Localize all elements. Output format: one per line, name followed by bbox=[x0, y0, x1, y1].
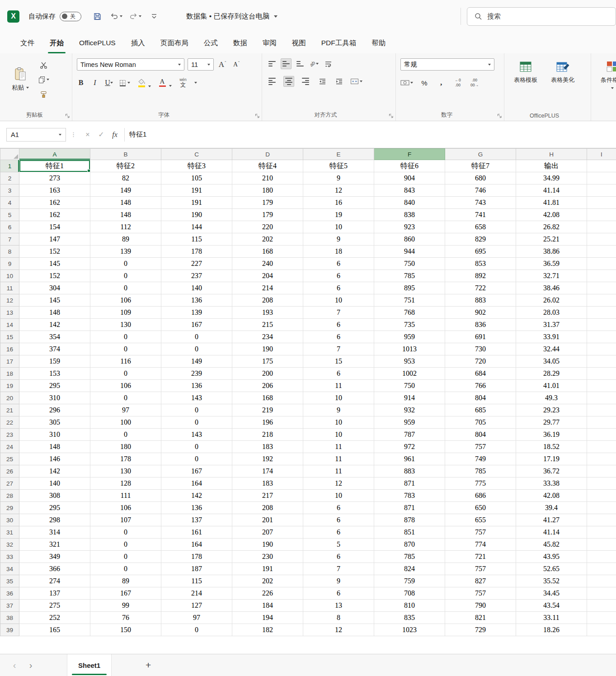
cell-I9[interactable] bbox=[587, 258, 616, 270]
cell-B33[interactable]: 0 bbox=[90, 551, 161, 563]
cell-H22[interactable]: 29.77 bbox=[516, 416, 587, 429]
cell-D23[interactable]: 218 bbox=[232, 429, 303, 441]
cell-H19[interactable]: 41.01 bbox=[516, 380, 587, 392]
cell-H32[interactable]: 45.82 bbox=[516, 539, 587, 551]
cell-G20[interactable]: 804 bbox=[445, 392, 516, 404]
cell-C22[interactable]: 0 bbox=[161, 416, 232, 429]
fill-color-button[interactable] bbox=[136, 79, 147, 87]
quick-access-toolbar-button[interactable] bbox=[146, 8, 163, 25]
font-dialog-launcher[interactable] bbox=[255, 113, 260, 118]
cell-B8[interactable]: 139 bbox=[90, 246, 161, 258]
cell-B5[interactable]: 148 bbox=[90, 209, 161, 221]
row-header-39[interactable]: 39 bbox=[0, 624, 19, 636]
cell-B23[interactable]: 0 bbox=[90, 429, 161, 441]
cell-A33[interactable]: 349 bbox=[19, 551, 90, 563]
cell-G33[interactable]: 721 bbox=[445, 551, 516, 563]
cell-F1[interactable]: 特征6 bbox=[374, 160, 445, 172]
cell-H2[interactable]: 34.99 bbox=[516, 172, 587, 184]
worksheet-grid[interactable]: ABCDEFGHI1特征1特征2特征3特征4特征5特征6特征7输出2273821… bbox=[0, 148, 616, 654]
row-header-21[interactable]: 21 bbox=[0, 404, 19, 416]
cell-C9[interactable]: 227 bbox=[161, 258, 232, 270]
cell-B27[interactable]: 128 bbox=[90, 477, 161, 490]
cell-D10[interactable]: 204 bbox=[232, 270, 303, 282]
cell-G32[interactable]: 774 bbox=[445, 539, 516, 551]
cell-E12[interactable]: 10 bbox=[303, 294, 374, 307]
cell-A4[interactable]: 162 bbox=[19, 197, 90, 209]
cell-B16[interactable]: 0 bbox=[90, 343, 161, 355]
cell-G5[interactable]: 741 bbox=[445, 209, 516, 221]
cell-D25[interactable]: 192 bbox=[232, 453, 303, 465]
cell-A13[interactable]: 148 bbox=[19, 307, 90, 319]
cell-B37[interactable]: 99 bbox=[90, 600, 161, 612]
cell-G3[interactable]: 746 bbox=[445, 184, 516, 197]
cell-C27[interactable]: 164 bbox=[161, 477, 232, 490]
save-button[interactable] bbox=[89, 8, 106, 25]
cell-D13[interactable]: 193 bbox=[232, 307, 303, 319]
cell-F17[interactable]: 953 bbox=[374, 355, 445, 368]
redo-button[interactable] bbox=[127, 8, 144, 25]
cell-A14[interactable]: 142 bbox=[19, 319, 90, 331]
cell-E10[interactable]: 6 bbox=[303, 270, 374, 282]
cell-B38[interactable]: 76 bbox=[90, 612, 161, 624]
cell-G25[interactable]: 749 bbox=[445, 453, 516, 465]
cell-D19[interactable]: 206 bbox=[232, 380, 303, 392]
cell-B19[interactable]: 106 bbox=[90, 380, 161, 392]
cell-A15[interactable]: 354 bbox=[19, 331, 90, 343]
cell-E1[interactable]: 特征5 bbox=[303, 160, 374, 172]
cell-A22[interactable]: 305 bbox=[19, 416, 90, 429]
cell-A25[interactable]: 146 bbox=[19, 453, 90, 465]
cell-I12[interactable] bbox=[587, 294, 616, 307]
cell-H25[interactable]: 17.19 bbox=[516, 453, 587, 465]
table-beautify-button[interactable]: 表格美化 bbox=[544, 58, 581, 84]
row-header-29[interactable]: 29 bbox=[0, 502, 19, 514]
row-header-8[interactable]: 8 bbox=[0, 246, 19, 258]
cell-D6[interactable]: 220 bbox=[232, 221, 303, 233]
cell-A34[interactable]: 366 bbox=[19, 563, 90, 575]
cell-C38[interactable]: 97 bbox=[161, 612, 232, 624]
cell-H14[interactable]: 31.37 bbox=[516, 319, 587, 331]
row-header-14[interactable]: 14 bbox=[0, 319, 19, 331]
row-header-26[interactable]: 26 bbox=[0, 465, 19, 477]
cell-C6[interactable]: 144 bbox=[161, 221, 232, 233]
cell-B10[interactable]: 0 bbox=[90, 270, 161, 282]
cell-G18[interactable]: 684 bbox=[445, 368, 516, 380]
borders-button[interactable] bbox=[119, 77, 130, 88]
cell-E13[interactable]: 7 bbox=[303, 307, 374, 319]
cell-F2[interactable]: 904 bbox=[374, 172, 445, 184]
cell-F30[interactable]: 878 bbox=[374, 514, 445, 526]
cell-B36[interactable]: 167 bbox=[90, 587, 161, 600]
undo-button[interactable] bbox=[108, 8, 125, 25]
cell-I33[interactable] bbox=[587, 551, 616, 563]
cell-G12[interactable]: 883 bbox=[445, 294, 516, 307]
cell-A8[interactable]: 152 bbox=[19, 246, 90, 258]
column-header-E[interactable]: E bbox=[303, 149, 374, 160]
cell-E23[interactable]: 10 bbox=[303, 429, 374, 441]
cell-E18[interactable]: 6 bbox=[303, 368, 374, 380]
cell-H15[interactable]: 33.91 bbox=[516, 331, 587, 343]
cell-F18[interactable]: 1002 bbox=[374, 368, 445, 380]
cell-A10[interactable]: 152 bbox=[19, 270, 90, 282]
cell-C16[interactable]: 0 bbox=[161, 343, 232, 355]
cell-E35[interactable]: 9 bbox=[303, 575, 374, 587]
cell-G37[interactable]: 790 bbox=[445, 600, 516, 612]
cell-G28[interactable]: 686 bbox=[445, 490, 516, 502]
row-header-37[interactable]: 37 bbox=[0, 600, 19, 612]
cell-I3[interactable] bbox=[587, 184, 616, 197]
cell-C14[interactable]: 167 bbox=[161, 319, 232, 331]
cell-D36[interactable]: 226 bbox=[232, 587, 303, 600]
search-box[interactable]: 搜索 bbox=[467, 7, 616, 26]
cell-I4[interactable] bbox=[587, 197, 616, 209]
cell-B3[interactable]: 149 bbox=[90, 184, 161, 197]
wrap-text-button[interactable] bbox=[323, 58, 334, 69]
cell-I23[interactable] bbox=[587, 429, 616, 441]
increase-decimal-button[interactable]: ←0 .00 bbox=[452, 77, 463, 88]
cell-I11[interactable] bbox=[587, 282, 616, 294]
cell-F36[interactable]: 708 bbox=[374, 587, 445, 600]
cell-G2[interactable]: 680 bbox=[445, 172, 516, 184]
row-header-5[interactable]: 5 bbox=[0, 209, 19, 221]
cell-C1[interactable]: 特征3 bbox=[161, 160, 232, 172]
cell-F7[interactable]: 860 bbox=[374, 233, 445, 246]
row-header-6[interactable]: 6 bbox=[0, 221, 19, 233]
cell-G39[interactable]: 729 bbox=[445, 624, 516, 636]
cell-C32[interactable]: 164 bbox=[161, 539, 232, 551]
